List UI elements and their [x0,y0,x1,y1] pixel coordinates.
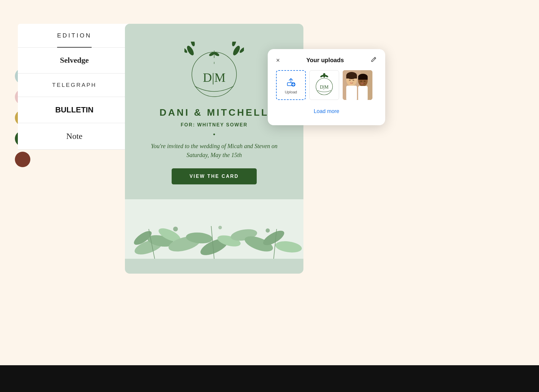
svg-point-55 [361,83,364,84]
svg-point-27 [266,228,270,233]
svg-point-54 [350,82,352,84]
svg-point-47 [352,80,354,81]
svg-point-26 [218,226,222,229]
svg-point-52 [360,81,362,82]
edit-button[interactable] [370,56,377,64]
telegraph-label: TELEGRAPH [52,82,96,88]
svg-text:D|M: D|M [320,84,329,90]
sidebar-item-bulletin[interactable]: BULLETIN [18,97,131,123]
sidebar-item-selvedge[interactable]: Selvedge [18,48,131,73]
monogram-area: D|M [184,42,244,101]
card-dot: • [213,131,215,139]
upload-new-button[interactable]: Upload [276,70,306,100]
svg-rect-49 [358,86,368,100]
sidebar-item-telegraph[interactable]: TELEGRAPH [18,73,131,97]
selvedge-label: Selvedge [60,56,89,65]
swatch-brown[interactable] [15,152,30,167]
edition-label: EDITION [57,32,92,48]
card-invitation-text: You're invited to the wedding of Micah a… [140,142,289,159]
svg-point-53 [364,81,366,82]
svg-point-5 [231,42,237,47]
bottom-bar [0,365,539,392]
close-button[interactable]: × [276,57,280,64]
sidebar-item-note[interactable]: Note [18,123,131,150]
svg-text:D|M: D|M [203,71,225,84]
edition-sidebar: EDITION Selvedge TELEGRAPH BULLETIN Note [18,24,131,150]
svg-rect-43 [346,86,357,100]
upload-label: Upload [285,90,297,94]
load-more-button[interactable]: Load more [276,106,377,117]
upload-panel-header: × Your uploads [276,56,377,64]
uploaded-image-monogram[interactable]: D|M [309,70,339,100]
card-bottom-decoration [125,199,303,259]
upload-panel-grid: Upload D|M [276,70,377,100]
upload-icon [285,76,297,88]
svg-rect-51 [358,77,368,80]
upload-panel-title: Your uploads [280,57,370,64]
svg-point-25 [173,227,178,231]
bulletin-label: BULLETIN [55,105,94,114]
uploaded-image-couple[interactable] [343,70,372,100]
view-card-button[interactable]: VIEW THE CARD [172,168,256,184]
couple-photo-thumbnail [343,70,372,100]
svg-point-4 [232,45,241,56]
note-label: Note [66,131,82,141]
monogram-thumbnail: D|M [312,73,336,97]
pencil-icon [370,56,377,63]
svg-rect-45 [346,76,357,79]
sidebar-item-edition[interactable]: EDITION [18,24,131,48]
svg-point-46 [349,80,351,81]
card-for-label: FOR: WHITNEY SOWER [181,122,247,128]
svg-point-1 [186,45,195,56]
svg-point-2 [190,42,196,47]
upload-panel: × Your uploads Upload [268,49,385,125]
card-couple-names: DANI & MITCHELL [159,107,269,118]
